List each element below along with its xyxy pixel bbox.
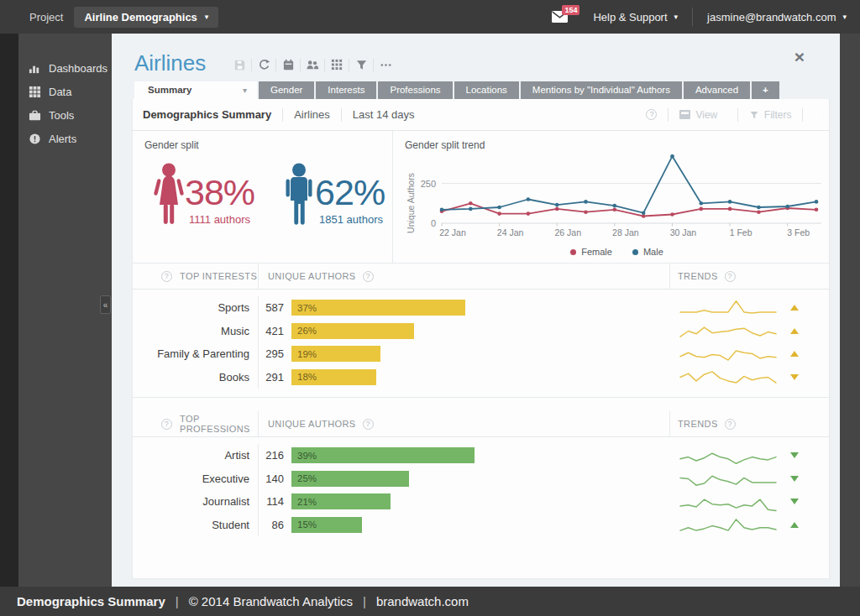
tab-advanced[interactable]: Advanced: [684, 81, 750, 99]
sparkline: [678, 514, 779, 535]
schedule-button[interactable]: [276, 55, 300, 74]
percent-bar: 37%: [291, 300, 465, 316]
summary-card: Demographics Summary Airlines Last 14 da…: [132, 99, 830, 579]
tab-bar: Summary ▾ Gender Interests Professions L…: [112, 81, 840, 99]
female-authors: 1111 authors: [185, 213, 254, 226]
save-button[interactable]: [228, 55, 251, 74]
trend-arrow-icon: [790, 351, 799, 357]
tab-locations[interactable]: Locations: [454, 81, 519, 99]
sparkline: [678, 343, 779, 365]
professions-header: TOP PROFESSIONS: [180, 414, 258, 434]
help-icon[interactable]: ?: [363, 419, 374, 430]
mail-button[interactable]: 154: [552, 11, 568, 23]
sidebar-item-label: Data: [49, 86, 71, 98]
left-edge-rail: [0, 34, 18, 587]
refresh-button[interactable]: [252, 55, 275, 74]
help-icon[interactable]: ?: [161, 271, 172, 282]
add-tab-button[interactable]: +: [752, 81, 779, 99]
account-menu[interactable]: jasmine@brandwatch.com ▾: [707, 11, 847, 23]
trend-arrow-icon: [790, 522, 799, 528]
tab-professions[interactable]: Professions: [378, 81, 452, 99]
interests-header-row: ? TOP INTERESTS UNIQUE AUTHORS ? TRENDS …: [133, 264, 829, 290]
svg-text:30 Jan: 30 Jan: [670, 227, 697, 238]
grid-icon: [331, 59, 343, 70]
sidebar-item-alerts[interactable]: Alerts: [18, 128, 112, 150]
interests-rows: Sports 587 37% Music 421 26% Family & Pa…: [133, 290, 829, 398]
table-row: Artist 216 39%: [133, 444, 829, 467]
filter-button[interactable]: [349, 55, 373, 74]
workspace: Dashboards Data Tools Alerts « Airlines: [0, 34, 860, 587]
grid-icon: [29, 86, 41, 98]
footer-bar: Demographics Summary | © 2014 Brandwatch…: [0, 587, 860, 616]
close-icon[interactable]: ×: [794, 48, 805, 65]
male-icon: [283, 163, 315, 227]
sidebar-item-data[interactable]: Data: [18, 81, 112, 103]
sidebar-item-dashboards[interactable]: Dashboards: [18, 57, 112, 80]
svg-text:Unique Authors: Unique Authors: [406, 173, 416, 233]
tab-interests[interactable]: Interests: [316, 81, 376, 99]
project-name: Airline Demographics: [84, 11, 197, 23]
legend-female: Female: [570, 247, 612, 257]
trends-header: TRENDS: [678, 271, 718, 281]
table-row: Student 86 15%: [133, 514, 829, 537]
svg-text:250: 250: [421, 179, 436, 189]
interests-header: TOP INTERESTS: [180, 271, 257, 281]
trend-arrow-icon: [790, 328, 799, 334]
sparkline: [678, 366, 779, 388]
footer-copyright: © 2014 Brandwatch Analytics: [189, 594, 353, 608]
layout-grid-button[interactable]: [325, 55, 349, 74]
view-menu[interactable]: View ▾: [679, 109, 726, 121]
component-header: Demographics Summary Airlines Last 14 da…: [133, 99, 829, 131]
account-email: jasmine@brandwatch.com: [707, 11, 836, 23]
trend-arrow-icon: [790, 305, 799, 311]
topbar-divider: [692, 8, 693, 26]
expand-chevron-icon[interactable]: ▾: [814, 109, 819, 120]
view-icon: [679, 110, 690, 119]
help-icon[interactable]: ?: [161, 419, 172, 430]
dashboard-toolbar: [228, 55, 397, 74]
share-users-button[interactable]: [301, 55, 324, 74]
help-icon[interactable]: ?: [646, 109, 657, 120]
table-row: Sports 587 37%: [133, 296, 829, 320]
percent-bar: 26%: [291, 323, 414, 339]
save-icon: [233, 59, 246, 71]
sparkline: [678, 491, 779, 513]
trend-arrow-icon: [790, 374, 799, 380]
female-stat: 38% 1111 authors: [153, 163, 254, 227]
help-icon[interactable]: ?: [363, 271, 374, 282]
percent-bar: 21%: [291, 493, 391, 509]
male-legend-dot: [632, 249, 638, 255]
professions-header-row: ? TOP PROFESSIONS UNIQUE AUTHORS ? TREND…: [133, 411, 829, 437]
tab-summary[interactable]: Summary ▾: [134, 81, 257, 99]
percent-bar: 25%: [291, 471, 409, 487]
percent-bar: 19%: [291, 346, 380, 362]
filters-menu[interactable]: Filters: [749, 109, 792, 121]
tab-mentions[interactable]: Mentions by "Individual" Authors: [521, 81, 682, 99]
unique-authors-header: UNIQUE AUTHORS: [268, 271, 356, 281]
svg-text:1 Feb: 1 Feb: [730, 227, 752, 238]
tab-gender[interactable]: Gender: [259, 81, 314, 99]
help-support-menu[interactable]: Help & Support ▾: [593, 11, 678, 23]
top-bar: Project Airline Demographics ▾ 154 Help …: [0, 0, 860, 34]
dashboard-title: Airlines: [134, 50, 206, 76]
footer-site-link[interactable]: brandwatch.com: [376, 594, 469, 608]
more-options-button[interactable]: [374, 55, 397, 74]
project-selector[interactable]: Airline Demographics ▾: [74, 7, 218, 28]
percent-bar: 18%: [291, 369, 376, 385]
table-row: Music 421 26%: [133, 320, 829, 343]
sidebar-collapse-handle[interactable]: «: [100, 295, 111, 314]
gender-section: Gender split: [133, 131, 829, 264]
alert-circle-icon: [29, 133, 41, 145]
footer-page-title: Demographics Summary: [17, 594, 165, 608]
help-icon[interactable]: ?: [725, 271, 736, 282]
female-percent: 38%: [185, 175, 254, 211]
sparkline: [678, 297, 779, 319]
topbar-right: 154 Help & Support ▾ jasmine@brandwatch.…: [552, 8, 847, 26]
sidebar-item-label: Alerts: [49, 133, 76, 145]
sidebar-item-tools[interactable]: Tools: [18, 104, 112, 127]
help-icon[interactable]: ?: [725, 419, 736, 430]
component-date-range: Last 14 days: [353, 108, 415, 121]
male-percent: 62%: [315, 175, 385, 211]
chart-legend: Female Male: [405, 247, 829, 257]
sidebar-item-label: Dashboards: [49, 62, 108, 75]
